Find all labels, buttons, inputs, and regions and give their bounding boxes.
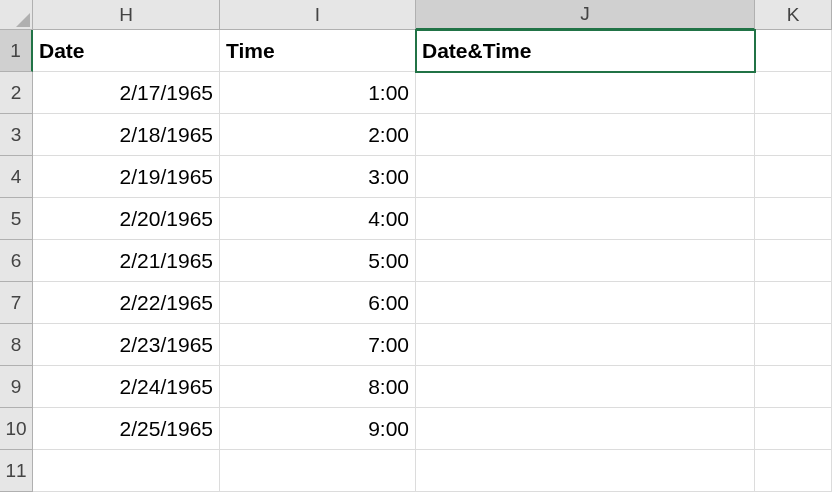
spreadsheet-grid[interactable]: H I J K 1 Date Time Date&Time 2 2/17/196… <box>0 0 832 492</box>
cell-I10[interactable]: 9:00 <box>220 408 416 450</box>
column-header-J[interactable]: J <box>416 0 755 30</box>
cell-H10[interactable]: 2/25/1965 <box>33 408 220 450</box>
cell-J8[interactable] <box>416 324 755 366</box>
cell-J9[interactable] <box>416 366 755 408</box>
column-header-H[interactable]: H <box>33 0 220 30</box>
cell-I6[interactable]: 5:00 <box>220 240 416 282</box>
cell-H5[interactable]: 2/20/1965 <box>33 198 220 240</box>
cell-I7[interactable]: 6:00 <box>220 282 416 324</box>
cell-H11[interactable] <box>33 450 220 492</box>
cell-I8[interactable]: 7:00 <box>220 324 416 366</box>
cell-J5[interactable] <box>416 198 755 240</box>
row-header-5[interactable]: 5 <box>0 198 33 240</box>
cell-J1[interactable]: Date&Time <box>416 30 755 72</box>
row-header-4[interactable]: 4 <box>0 156 33 198</box>
cell-I3[interactable]: 2:00 <box>220 114 416 156</box>
column-header-I[interactable]: I <box>220 0 416 30</box>
cell-K10[interactable] <box>755 408 832 450</box>
cell-H6[interactable]: 2/21/1965 <box>33 240 220 282</box>
cell-I9[interactable]: 8:00 <box>220 366 416 408</box>
cell-K7[interactable] <box>755 282 832 324</box>
cell-K5[interactable] <box>755 198 832 240</box>
cell-K4[interactable] <box>755 156 832 198</box>
cell-K6[interactable] <box>755 240 832 282</box>
row-header-9[interactable]: 9 <box>0 366 33 408</box>
cell-H7[interactable]: 2/22/1965 <box>33 282 220 324</box>
cell-K1[interactable] <box>755 30 832 72</box>
cell-H9[interactable]: 2/24/1965 <box>33 366 220 408</box>
cell-H8[interactable]: 2/23/1965 <box>33 324 220 366</box>
cell-I4[interactable]: 3:00 <box>220 156 416 198</box>
column-header-K[interactable]: K <box>755 0 832 30</box>
cell-J11[interactable] <box>416 450 755 492</box>
cell-I5[interactable]: 4:00 <box>220 198 416 240</box>
cell-I11[interactable] <box>220 450 416 492</box>
select-all-triangle-icon <box>16 13 30 27</box>
row-header-11[interactable]: 11 <box>0 450 33 492</box>
select-all-corner[interactable] <box>0 0 33 30</box>
cell-H2[interactable]: 2/17/1965 <box>33 72 220 114</box>
cell-J6[interactable] <box>416 240 755 282</box>
row-header-6[interactable]: 6 <box>0 240 33 282</box>
row-header-3[interactable]: 3 <box>0 114 33 156</box>
cell-J10[interactable] <box>416 408 755 450</box>
row-header-7[interactable]: 7 <box>0 282 33 324</box>
row-header-8[interactable]: 8 <box>0 324 33 366</box>
cell-J3[interactable] <box>416 114 755 156</box>
cell-K9[interactable] <box>755 366 832 408</box>
cell-J4[interactable] <box>416 156 755 198</box>
svg-marker-0 <box>16 13 30 27</box>
cell-J2[interactable] <box>416 72 755 114</box>
cell-K11[interactable] <box>755 450 832 492</box>
cell-H4[interactable]: 2/19/1965 <box>33 156 220 198</box>
cell-J7[interactable] <box>416 282 755 324</box>
cell-H3[interactable]: 2/18/1965 <box>33 114 220 156</box>
row-header-10[interactable]: 10 <box>0 408 33 450</box>
row-header-1[interactable]: 1 <box>0 30 33 72</box>
cell-K3[interactable] <box>755 114 832 156</box>
row-header-2[interactable]: 2 <box>0 72 33 114</box>
cell-K8[interactable] <box>755 324 832 366</box>
cell-K2[interactable] <box>755 72 832 114</box>
cell-I2[interactable]: 1:00 <box>220 72 416 114</box>
cell-I1[interactable]: Time <box>220 30 416 72</box>
cell-H1[interactable]: Date <box>33 30 220 72</box>
